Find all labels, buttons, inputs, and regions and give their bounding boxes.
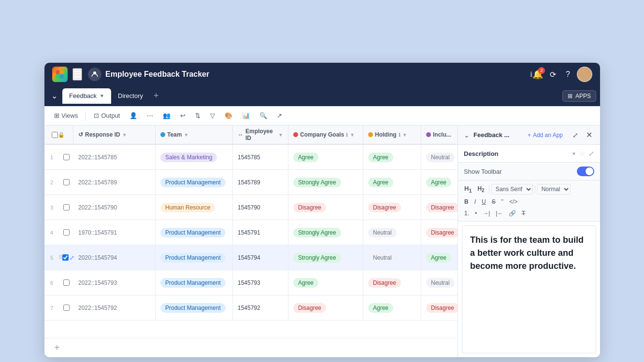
toolbar-chart-button[interactable]: 📊 [238, 110, 254, 121]
panel-collapse-icon[interactable]: ⌄ [464, 131, 470, 139]
help-button[interactable]: ? [563, 68, 573, 81]
cell-response-id: 1970::1545791 [73, 220, 156, 245]
description-star-icon[interactable]: ☆ [579, 150, 586, 157]
select-all-checkbox[interactable] [52, 132, 58, 138]
row-checkbox[interactable] [63, 305, 70, 311]
description-dropdown-icon[interactable]: ▼ [572, 151, 576, 156]
lock-icon: 🔒 [58, 132, 65, 138]
rte-size-select[interactable]: Normal [537, 184, 571, 195]
panel-expand-button[interactable]: ⤢ [571, 129, 580, 141]
rte-italic-button[interactable]: I [472, 197, 478, 207]
toolbar-share2-button[interactable]: ↗ [273, 110, 286, 121]
col-header-company-goals[interactable]: Company Goals ℹ ▼ [288, 125, 363, 144]
table-row[interactable]: 5 ⠿ ⤢ 2020::1545794 Product Management 1… [44, 245, 458, 270]
table-row[interactable]: 6 2022::1545793 Product Management 15457… [44, 270, 458, 295]
add-app-button[interactable]: + Add an App [524, 130, 567, 140]
toolbar-sort-button[interactable]: ⇅ [191, 110, 204, 121]
description-expand-icon[interactable]: ⤢ [588, 150, 594, 157]
row-drag-handle[interactable]: ⠿ [58, 254, 62, 261]
user-avatar[interactable] [577, 67, 592, 82]
output-label: Output [101, 112, 120, 119]
rte-sep-1 [489, 185, 489, 193]
rte-ul-button[interactable]: • [472, 209, 479, 218]
show-toolbar-toggle[interactable] [577, 167, 594, 176]
apps-button[interactable]: ⊞ APPS [562, 90, 596, 102]
holding-dot-icon [368, 132, 373, 137]
rte-h1-button[interactable]: H1 [462, 183, 474, 195]
toolbar-more-button[interactable]: ⋯ [143, 110, 157, 121]
col-header-response-id[interactable]: ↺ Response ID ▼ [73, 125, 156, 144]
app-logo [52, 67, 68, 82]
rte-h2-button[interactable]: H2 [475, 184, 487, 195]
table-row[interactable]: 4 1970::1545791 Product Management 15457… [44, 220, 458, 245]
history-button[interactable]: ⟳ [547, 68, 559, 81]
tab-collapse-button[interactable]: ⌄ [48, 89, 60, 102]
views-label: Views [61, 112, 78, 119]
cell-team: Product Management [156, 170, 233, 195]
rte-ol-button[interactable]: 1. [462, 209, 472, 218]
toolbar-undo-button[interactable]: ↩ [176, 110, 189, 121]
table-row[interactable]: 2 2022::1545789 Product Management 15457… [44, 170, 458, 195]
tab-feedback[interactable]: Feedback ▼ [62, 88, 111, 104]
hamburger-button[interactable]: ☰ [72, 68, 82, 81]
toolbar-search-button[interactable]: 🔍 [256, 110, 271, 121]
rte-strikethrough-button[interactable]: S [489, 197, 498, 207]
rte-quote-button[interactable]: " [499, 197, 506, 207]
views-button[interactable]: ⊞ Views [50, 110, 82, 121]
rte-clear-button[interactable]: T̶ [519, 209, 528, 218]
goals-tag: Disagree [293, 203, 326, 212]
holding-tag: Neutral [368, 253, 397, 263]
holding-info-icon: ℹ [399, 132, 401, 138]
toolbar-color-button[interactable]: 🎨 [221, 110, 236, 121]
col-header-team[interactable]: Team ▼ [156, 125, 233, 144]
add-row-button[interactable]: + [44, 338, 458, 357]
toolbar-share-button[interactable]: 👥 [159, 110, 174, 121]
cell-response-id: 2022::1545785 [73, 145, 156, 169]
rte-outdent-button[interactable]: |← [493, 209, 505, 218]
row-checkbox[interactable] [63, 279, 70, 286]
panel-close-button[interactable]: ✕ [584, 128, 594, 141]
team-dot-icon [160, 132, 165, 137]
description-title: Description [464, 150, 569, 157]
rte-underline-button[interactable]: U [479, 197, 488, 207]
cell-inclusion: Disagree [421, 195, 458, 220]
description-header: Description ▼ ☆ ⤢ [458, 145, 600, 163]
rte-link-button[interactable]: 🔗 [506, 209, 518, 218]
row-checkbox[interactable] [63, 154, 70, 160]
rte-content[interactable]: This is for the team to build a better w… [462, 225, 596, 353]
output-button[interactable]: ⊡ Output [90, 110, 124, 121]
col-header-inclusion[interactable]: Inclu... [421, 125, 458, 144]
cell-team: Product Management [156, 245, 233, 270]
rte-code-button[interactable]: </> [507, 197, 520, 207]
table-row[interactable]: 3 2022::1545790 Human Resource 1545790 D… [44, 195, 458, 220]
cell-company-goals: Agree [288, 270, 363, 295]
row-checkbox[interactable] [63, 229, 70, 236]
row-number: 5 [44, 255, 59, 261]
col-header-employee-id[interactable]: ↔ Employee ID ▼ [233, 125, 288, 144]
col-header-holding[interactable]: Holding ℹ ▼ [363, 125, 421, 144]
table-body: 1 2022::1545785 Sales & Marketing 154578… [44, 145, 458, 338]
table-row[interactable]: 1 2022::1545785 Sales & Marketing 154578… [44, 145, 458, 170]
add-icon: + [528, 132, 531, 139]
cell-inclusion: Disagree [421, 295, 458, 320]
row-checkbox[interactable] [63, 204, 70, 210]
rte-font-select[interactable]: Sans Serif [491, 184, 533, 195]
cell-company-goals: Strongly Agree [288, 170, 363, 195]
goals-dot-icon [293, 132, 298, 137]
table-row[interactable]: 7 2022::1545792 Product Management 15457… [44, 295, 458, 320]
tab-directory[interactable]: Directory [111, 88, 150, 104]
inclusion-tag: Disagree [426, 228, 458, 237]
notifications-button[interactable]: 🔔 2 [532, 69, 543, 80]
row-checkbox-cell [59, 179, 73, 185]
row-checkbox-cell [59, 279, 73, 286]
inclusion-tag: Neutral [426, 278, 455, 288]
holding-tag: Disagree [368, 278, 401, 288]
row-number: 7 [44, 305, 59, 311]
rte-bold-button[interactable]: B [462, 197, 471, 207]
add-tab-button[interactable]: + [150, 89, 163, 103]
toolbar-icon-1[interactable]: 👤 [126, 110, 141, 121]
row-checkbox[interactable] [63, 179, 70, 185]
row-checkbox[interactable] [62, 254, 69, 261]
rte-indent-button[interactable]: →| [480, 209, 492, 218]
toolbar-filter-button[interactable]: ▽ [206, 110, 219, 121]
